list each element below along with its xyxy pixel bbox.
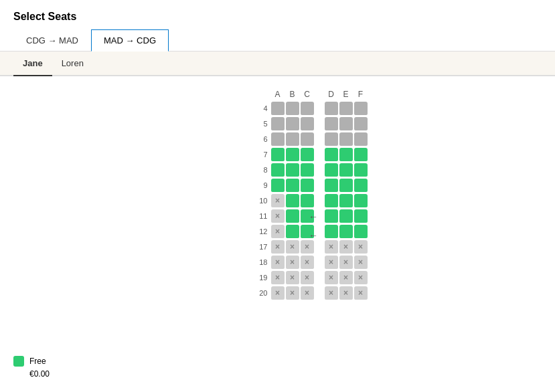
seat-7D[interactable] <box>325 148 338 161</box>
seat-10A <box>271 194 285 207</box>
seat-4D[interactable] <box>325 102 338 115</box>
table-row: 19 <box>254 271 368 284</box>
seat-18A <box>271 256 285 269</box>
seat-20C <box>301 286 314 300</box>
seat-17D <box>325 240 338 254</box>
table-row: 5 <box>254 117 368 130</box>
table-row: 17 <box>254 240 368 254</box>
seat-11E[interactable] <box>339 209 353 223</box>
tab-mad-cdg[interactable]: MAD → CDG <box>91 29 169 52</box>
seat-5E[interactable] <box>339 117 353 130</box>
seat-9C[interactable] <box>301 179 314 192</box>
seat-9A[interactable] <box>271 179 285 192</box>
legend-free-price: €0.00 <box>13 369 50 379</box>
seat-9E[interactable] <box>339 179 353 192</box>
seat-9F[interactable] <box>354 179 368 192</box>
seat-5F[interactable] <box>354 117 368 130</box>
seat-7F[interactable] <box>354 148 368 161</box>
seat-9B[interactable] <box>286 179 299 192</box>
tab-jane[interactable]: Jane <box>13 52 52 76</box>
seat-4B[interactable] <box>286 102 299 115</box>
seat-8C[interactable] <box>301 163 314 177</box>
seat-6A[interactable] <box>271 132 285 146</box>
scroll-down-arrow[interactable]: ← <box>307 229 320 242</box>
flight-tab-bar: CDG → MAD MAD → CDG <box>0 29 555 52</box>
seat-6E[interactable] <box>339 132 353 146</box>
col-B: B <box>285 90 300 99</box>
seat-17A <box>271 240 285 254</box>
seat-7B[interactable] <box>286 148 299 161</box>
seat-20F <box>354 286 368 300</box>
col-E: E <box>339 90 353 99</box>
seat-4E[interactable] <box>339 102 353 115</box>
seat-19D <box>325 271 338 284</box>
seat-18E <box>339 256 353 269</box>
seat-4C[interactable] <box>301 102 314 115</box>
table-row: 20 <box>254 286 368 300</box>
seat-8B[interactable] <box>286 163 299 177</box>
seat-18C <box>301 256 314 269</box>
seat-10C[interactable] <box>301 194 314 207</box>
seat-12B[interactable] <box>286 225 299 238</box>
seat-11D[interactable] <box>325 209 338 223</box>
seat-20B <box>286 286 299 300</box>
seat-6D[interactable] <box>325 132 338 146</box>
seat-7A[interactable] <box>271 148 285 161</box>
table-row: 18 <box>254 256 368 269</box>
legend: Free €0.00 <box>13 356 50 379</box>
scroll-up-arrow[interactable]: ← <box>307 210 320 223</box>
legend-free: Free <box>13 356 50 367</box>
col-A: A <box>270 90 285 99</box>
legend-free-price-value: €0.00 <box>29 369 50 379</box>
col-C: C <box>300 90 315 99</box>
seat-18B <box>286 256 299 269</box>
seat-7C[interactable] <box>301 148 314 161</box>
seat-20A <box>271 286 285 300</box>
col-D: D <box>324 90 339 99</box>
seat-20E <box>339 286 353 300</box>
seat-17B <box>286 240 299 254</box>
tab-cdg-mad[interactable]: CDG → MAD <box>13 29 91 52</box>
seat-9D[interactable] <box>325 179 338 192</box>
seat-8A[interactable] <box>271 163 285 177</box>
seat-18F <box>354 256 368 269</box>
seat-12A <box>271 225 285 238</box>
passenger-tab-bar: Jane Loren <box>0 52 555 76</box>
table-row: 6 <box>254 132 368 146</box>
seat-10B[interactable] <box>286 194 299 207</box>
seat-5C[interactable] <box>301 117 314 130</box>
seat-5A[interactable] <box>271 117 285 130</box>
table-row: 10 <box>254 194 368 207</box>
seat-12E[interactable] <box>339 225 353 238</box>
seat-19E <box>339 271 353 284</box>
seat-10D[interactable] <box>325 194 338 207</box>
seat-4F[interactable] <box>354 102 368 115</box>
seat-19F <box>354 271 368 284</box>
content-area: A B C D E F 4 5 <box>0 76 555 392</box>
seat-7E[interactable] <box>339 148 353 161</box>
seat-11B[interactable] <box>286 209 299 223</box>
seat-10E[interactable] <box>339 194 353 207</box>
seat-4A[interactable] <box>271 102 285 115</box>
seat-6C[interactable] <box>301 132 314 146</box>
seat-12D[interactable] <box>325 225 338 238</box>
seat-5D[interactable] <box>325 117 338 130</box>
seat-10F[interactable] <box>354 194 368 207</box>
seat-6F[interactable] <box>354 132 368 146</box>
column-headers: A B C D E F <box>254 90 368 99</box>
seat-8D[interactable] <box>325 163 338 177</box>
seat-6B[interactable] <box>286 132 299 146</box>
seat-5B[interactable] <box>286 117 299 130</box>
col-F: F <box>353 90 368 99</box>
page-title: Select Seats <box>0 0 555 29</box>
legend-free-label: Free <box>29 357 46 366</box>
seat-11F[interactable] <box>354 209 368 223</box>
legend-free-color <box>13 356 24 367</box>
seat-12F[interactable] <box>354 225 368 238</box>
table-row: 9 <box>254 179 368 192</box>
seat-8E[interactable] <box>339 163 353 177</box>
tab-loren[interactable]: Loren <box>52 52 93 76</box>
seat-18D <box>325 256 338 269</box>
table-row: 4 <box>254 102 368 115</box>
seat-8F[interactable] <box>354 163 368 177</box>
